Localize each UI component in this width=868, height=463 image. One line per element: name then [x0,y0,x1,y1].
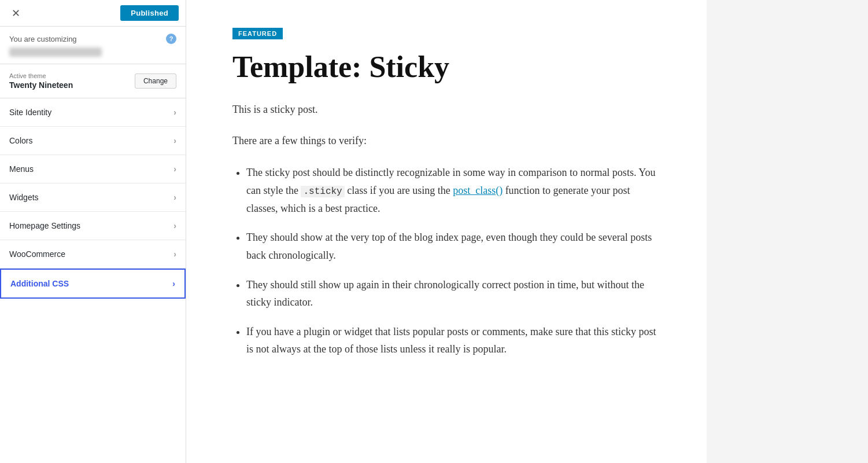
bullet-1-code: .sticky [301,186,344,197]
sidebar: ✕ Published You are customizing ? Active… [0,0,186,463]
customizing-label: You are customizing ? [9,34,176,44]
chevron-right-icon: › [173,136,176,145]
post-subheading: There are a few things to verify: [232,132,660,150]
active-theme-name: Twenty Nineteen [9,80,73,90]
sidebar-item-colors[interactable]: Colors› [0,127,186,155]
sidebar-header: ✕ Published [0,0,186,27]
help-icon[interactable]: ? [166,34,176,44]
post-title: Template: Sticky [232,50,660,84]
sidebar-item-homepage-settings[interactable]: Homepage Settings› [0,212,186,240]
active-theme-section: Active theme Twenty Nineteen Change [0,64,186,98]
post-bullets: The sticky post should be distinctly rec… [246,164,660,358]
menu-list: Site Identity›Colors›Menus›Widgets›Homep… [0,98,186,299]
change-theme-button[interactable]: Change [135,74,176,89]
customizing-text: You are customizing [9,35,77,43]
sidebar-item-woocommerce[interactable]: WooCommerce› [0,240,186,269]
post-body: This is a sticky post. There are a few t… [232,101,660,358]
chevron-right-icon: › [173,221,176,230]
site-url-blur [9,47,102,57]
featured-badge: FEATURED [232,28,283,39]
active-theme-info: Active theme Twenty Nineteen [9,72,73,90]
bullet-1-middle: class if you are using the [345,185,453,196]
bullet-4: If you have a plugin or widget that list… [246,323,660,358]
chevron-right-icon: › [173,164,176,174]
bullet-3: They should still show up again in their… [246,276,660,311]
sidebar-item-label: Additional CSS [10,279,69,288]
sidebar-item-additional-css[interactable]: Additional CSS› [0,269,186,299]
chevron-right-icon: › [172,279,175,288]
chevron-right-icon: › [173,249,176,259]
preview-area: FEATURED Template: Sticky This is a stic… [186,0,707,463]
active-theme-label: Active theme [9,72,73,79]
sidebar-item-label: Menus [9,164,34,174]
bullet-2: They should show at the very top of the … [246,229,660,264]
sidebar-item-label: WooCommerce [9,249,65,259]
sidebar-item-menus[interactable]: Menus› [0,155,186,183]
sidebar-item-label: Site Identity [9,108,51,117]
bullet-1: The sticky post should be distinctly rec… [246,164,660,217]
chevron-right-icon: › [173,193,176,202]
sidebar-item-site-identity[interactable]: Site Identity› [0,98,186,127]
sidebar-item-label: Homepage Settings [9,221,80,230]
post-intro: This is a sticky post. [232,101,660,119]
customizing-section: You are customizing ? [0,27,186,64]
main-content: FEATURED Template: Sticky This is a stic… [186,0,868,463]
chevron-right-icon: › [173,108,176,117]
close-button[interactable]: ✕ [7,5,25,22]
sidebar-item-widgets[interactable]: Widgets› [0,183,186,212]
sidebar-item-label: Colors [9,136,32,145]
post-class-link[interactable]: post_class() [453,185,503,196]
sidebar-item-label: Widgets [9,193,39,202]
published-button[interactable]: Published [120,5,179,21]
